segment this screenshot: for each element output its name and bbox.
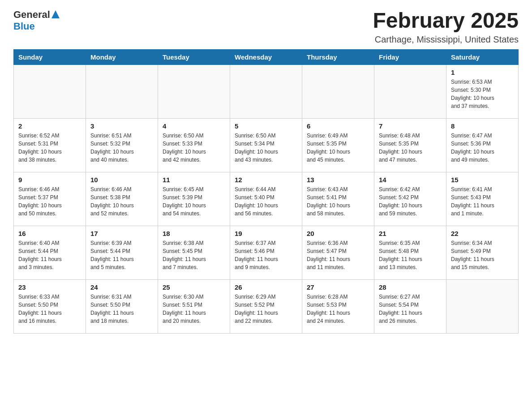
day-number: 25: [163, 283, 225, 291]
calendar-cell: 12Sunrise: 6:44 AM Sunset: 5:40 PM Dayli…: [230, 172, 302, 226]
day-info: Sunrise: 6:45 AM Sunset: 5:39 PM Dayligh…: [163, 185, 225, 218]
day-number: 3: [90, 122, 153, 130]
calendar-cell: [86, 64, 158, 118]
day-number: 13: [307, 176, 369, 184]
calendar-cell: 15Sunrise: 6:41 AM Sunset: 5:43 PM Dayli…: [446, 172, 519, 226]
day-number: 5: [235, 122, 297, 130]
day-info: Sunrise: 6:48 AM Sunset: 5:35 PM Dayligh…: [379, 132, 442, 164]
day-info: Sunrise: 6:43 AM Sunset: 5:41 PM Dayligh…: [307, 185, 369, 218]
day-info: Sunrise: 6:35 AM Sunset: 5:48 PM Dayligh…: [379, 239, 442, 271]
day-number: 24: [90, 283, 153, 291]
calendar-cell: 16Sunrise: 6:40 AM Sunset: 5:44 PM Dayli…: [14, 226, 86, 279]
day-number: 2: [18, 122, 81, 130]
weekday-header-wednesday: Wednesday: [230, 49, 302, 64]
day-info: Sunrise: 6:34 AM Sunset: 5:49 PM Dayligh…: [451, 239, 514, 271]
day-info: Sunrise: 6:50 AM Sunset: 5:34 PM Dayligh…: [235, 132, 297, 164]
day-number: 20: [307, 230, 369, 237]
calendar-cell: 23Sunrise: 6:33 AM Sunset: 5:50 PM Dayli…: [14, 279, 86, 333]
day-info: Sunrise: 6:31 AM Sunset: 5:50 PM Dayligh…: [90, 293, 153, 325]
day-info: Sunrise: 6:27 AM Sunset: 5:54 PM Dayligh…: [379, 293, 442, 325]
day-number: 11: [163, 176, 225, 184]
calendar-cell: 26Sunrise: 6:29 AM Sunset: 5:52 PM Dayli…: [230, 279, 302, 333]
calendar-cell: 21Sunrise: 6:35 AM Sunset: 5:48 PM Dayli…: [374, 226, 446, 279]
day-number: 10: [90, 176, 153, 184]
day-number: 22: [451, 230, 514, 237]
day-info: Sunrise: 6:38 AM Sunset: 5:45 PM Dayligh…: [163, 239, 225, 271]
calendar-cell: 1Sunrise: 6:53 AM Sunset: 5:30 PM Daylig…: [446, 64, 519, 118]
day-number: 17: [90, 230, 153, 237]
day-info: Sunrise: 6:28 AM Sunset: 5:53 PM Dayligh…: [307, 293, 369, 325]
day-number: 21: [379, 230, 442, 237]
calendar-cell: 6Sunrise: 6:49 AM Sunset: 5:35 PM Daylig…: [302, 118, 374, 172]
day-number: 28: [379, 283, 442, 291]
calendar-cell: 13Sunrise: 6:43 AM Sunset: 5:41 PM Dayli…: [302, 172, 374, 226]
day-info: Sunrise: 6:39 AM Sunset: 5:44 PM Dayligh…: [90, 239, 153, 271]
day-number: 26: [235, 283, 297, 291]
weekday-header-tuesday: Tuesday: [158, 49, 230, 64]
weekday-header-thursday: Thursday: [302, 49, 374, 64]
day-info: Sunrise: 6:46 AM Sunset: 5:37 PM Dayligh…: [18, 185, 81, 218]
weekday-header-row: SundayMondayTuesdayWednesdayThursdayFrid…: [14, 49, 519, 64]
day-number: 19: [235, 230, 297, 237]
day-info: Sunrise: 6:30 AM Sunset: 5:51 PM Dayligh…: [163, 293, 225, 325]
calendar-body: 1Sunrise: 6:53 AM Sunset: 5:30 PM Daylig…: [14, 64, 519, 333]
day-info: Sunrise: 6:41 AM Sunset: 5:43 PM Dayligh…: [451, 185, 514, 218]
page-header: General Blue February 2025 Carthage, Mis…: [13, 9, 519, 45]
day-info: Sunrise: 6:47 AM Sunset: 5:36 PM Dayligh…: [451, 132, 514, 164]
weekday-header-saturday: Saturday: [446, 49, 519, 64]
day-number: 6: [307, 122, 369, 130]
calendar-table: SundayMondayTuesdayWednesdayThursdayFrid…: [13, 49, 519, 334]
calendar-cell: [302, 64, 374, 118]
calendar-cell: 10Sunrise: 6:46 AM Sunset: 5:38 PM Dayli…: [86, 172, 158, 226]
calendar-cell: 7Sunrise: 6:48 AM Sunset: 5:35 PM Daylig…: [374, 118, 446, 172]
calendar-cell: 24Sunrise: 6:31 AM Sunset: 5:50 PM Dayli…: [86, 279, 158, 333]
weekday-header-friday: Friday: [374, 49, 446, 64]
weekday-header-monday: Monday: [86, 49, 158, 64]
weekday-header-sunday: Sunday: [14, 49, 86, 64]
calendar-cell: 8Sunrise: 6:47 AM Sunset: 5:36 PM Daylig…: [446, 118, 519, 172]
calendar-cell: 19Sunrise: 6:37 AM Sunset: 5:46 PM Dayli…: [230, 226, 302, 279]
calendar-cell: 17Sunrise: 6:39 AM Sunset: 5:44 PM Dayli…: [86, 226, 158, 279]
calendar-cell: 9Sunrise: 6:46 AM Sunset: 5:37 PM Daylig…: [14, 172, 86, 226]
day-info: Sunrise: 6:44 AM Sunset: 5:40 PM Dayligh…: [235, 185, 297, 218]
day-number: 23: [18, 283, 81, 291]
day-number: 9: [18, 176, 81, 184]
logo-triangle-icon: [51, 10, 60, 18]
day-number: 18: [163, 230, 225, 237]
day-number: 7: [379, 122, 442, 130]
day-info: Sunrise: 6:40 AM Sunset: 5:44 PM Dayligh…: [18, 239, 81, 271]
calendar-cell: 22Sunrise: 6:34 AM Sunset: 5:49 PM Dayli…: [446, 226, 519, 279]
calendar-cell: 4Sunrise: 6:50 AM Sunset: 5:33 PM Daylig…: [158, 118, 230, 172]
day-info: Sunrise: 6:37 AM Sunset: 5:46 PM Dayligh…: [235, 239, 297, 271]
calendar-cell: 28Sunrise: 6:27 AM Sunset: 5:54 PM Dayli…: [374, 279, 446, 333]
day-info: Sunrise: 6:36 AM Sunset: 5:47 PM Dayligh…: [307, 239, 369, 271]
day-number: 27: [307, 283, 369, 291]
calendar-week-row: 9Sunrise: 6:46 AM Sunset: 5:37 PM Daylig…: [14, 172, 519, 226]
logo-blue-text: Blue: [13, 21, 35, 32]
day-info: Sunrise: 6:42 AM Sunset: 5:42 PM Dayligh…: [379, 185, 442, 218]
day-number: 12: [235, 176, 297, 184]
logo: General Blue: [13, 9, 60, 32]
calendar-week-row: 1Sunrise: 6:53 AM Sunset: 5:30 PM Daylig…: [14, 64, 519, 118]
calendar-cell: 27Sunrise: 6:28 AM Sunset: 5:53 PM Dayli…: [302, 279, 374, 333]
day-number: 16: [18, 230, 81, 237]
day-number: 8: [451, 122, 514, 130]
day-info: Sunrise: 6:51 AM Sunset: 5:32 PM Dayligh…: [90, 132, 153, 164]
day-info: Sunrise: 6:29 AM Sunset: 5:52 PM Dayligh…: [235, 293, 297, 325]
calendar-cell: 18Sunrise: 6:38 AM Sunset: 5:45 PM Dayli…: [158, 226, 230, 279]
calendar-cell: 14Sunrise: 6:42 AM Sunset: 5:42 PM Dayli…: [374, 172, 446, 226]
day-info: Sunrise: 6:53 AM Sunset: 5:30 PM Dayligh…: [451, 78, 514, 110]
day-info: Sunrise: 6:33 AM Sunset: 5:50 PM Dayligh…: [18, 293, 81, 325]
calendar-cell: 25Sunrise: 6:30 AM Sunset: 5:51 PM Dayli…: [158, 279, 230, 333]
day-number: 15: [451, 176, 514, 184]
day-number: 14: [379, 176, 442, 184]
page-title: February 2025: [373, 9, 519, 33]
day-number: 4: [163, 122, 225, 130]
calendar-cell: [158, 64, 230, 118]
day-number: 1: [451, 68, 514, 76]
calendar-cell: [446, 279, 519, 333]
calendar-cell: 3Sunrise: 6:51 AM Sunset: 5:32 PM Daylig…: [86, 118, 158, 172]
page-subtitle: Carthage, Mississippi, United States: [373, 34, 519, 45]
calendar-week-row: 2Sunrise: 6:52 AM Sunset: 5:31 PM Daylig…: [14, 118, 519, 172]
logo-general-text: General: [13, 9, 50, 21]
